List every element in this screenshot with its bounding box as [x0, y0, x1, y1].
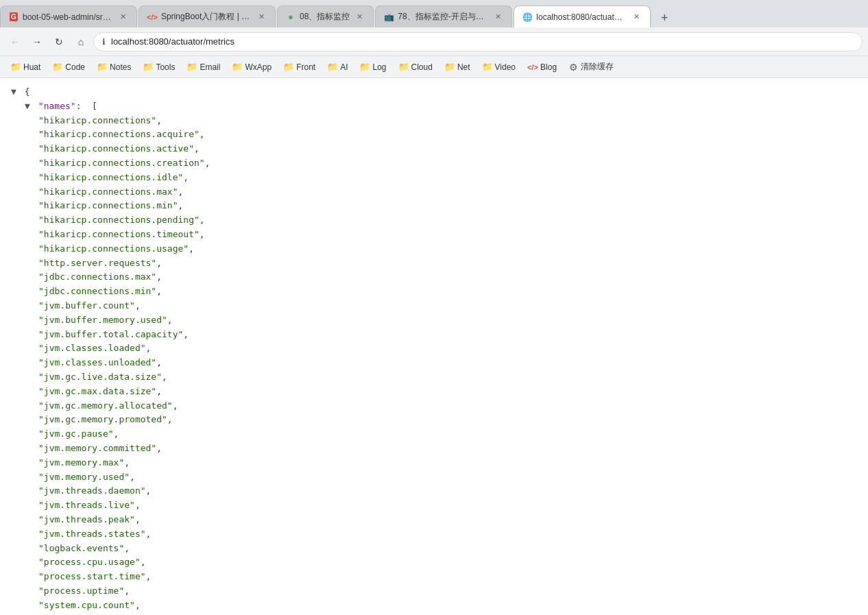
tab-2-favicon: </> [147, 12, 157, 22]
code-icon: </> [528, 62, 538, 72]
lock-icon: ℹ [102, 37, 106, 47]
json-item: "hikaricp.connections", [38, 114, 857, 128]
tab-3[interactable]: ● 08、指标监控 ✕ [277, 5, 374, 27]
address-text: localhost:8080/actuator/metrics [111, 36, 234, 47]
bookmark-blog-label: Blog [540, 62, 557, 72]
json-item: "jvm.gc.max.data.size", [38, 385, 857, 399]
bookmark-front-label: Front [296, 62, 315, 72]
bookmark-cloud[interactable]: 📁 Cloud [394, 60, 438, 74]
bookmark-log[interactable]: 📁 Log [354, 60, 391, 74]
json-line-open-brace: ▼ { [11, 85, 857, 99]
bookmark-notes-label: Notes [110, 62, 131, 72]
tab-5[interactable]: 🌐 localhost:8080/actuator/metri… ✕ [514, 5, 651, 27]
back-button[interactable]: ← [5, 32, 25, 51]
bookmark-huat[interactable]: 📁 Huat [5, 60, 46, 74]
json-item: "system.cpu.count", [38, 599, 857, 613]
collapse-root-arrow[interactable]: ▼ [11, 85, 19, 99]
json-item: "hikaricp.connections.max", [38, 185, 857, 200]
json-item: "hikaricp.connections.creation", [38, 156, 857, 171]
json-item: "hikaricp.connections.idle", [38, 171, 857, 185]
reload-button[interactable]: ↻ [49, 32, 69, 51]
json-item: "jvm.gc.memory.allocated", [38, 399, 857, 413]
json-item: "jvm.threads.peak", [38, 513, 857, 527]
bookmark-ai-label: AI [340, 62, 348, 72]
json-item: "system.cpu.usage" [38, 612, 857, 615]
json-names-key-line: ▼ "names": [ [25, 99, 857, 114]
json-item: "hikaricp.connections.acquire", [38, 128, 857, 142]
tab-2[interactable]: </> SpringBoot入门教程 | The Blog ✕ [138, 5, 276, 27]
json-item: "http.server.requests", [38, 256, 857, 271]
page-content: ▼ { ▼ "names": [ "hikaricp.connections",… [0, 78, 868, 615]
bookmark-front[interactable]: 📁 Front [278, 60, 321, 74]
tab-1-close[interactable]: ✕ [117, 12, 128, 23]
json-item: "jvm.threads.live", [38, 498, 857, 513]
json-item: "hikaricp.connections.pending", [38, 213, 857, 228]
bookmark-settings[interactable]: ⚙ 清除缓存 [564, 59, 619, 75]
tab-1-favicon: G [9, 12, 19, 22]
bookmark-tools[interactable]: 📁 Tools [138, 60, 180, 74]
bookmark-blog[interactable]: </> Blog [522, 60, 562, 74]
bookmark-email[interactable]: 📁 Email [182, 60, 226, 74]
json-item: "jvm.memory.max", [38, 456, 857, 470]
folder-icon: 📁 [445, 62, 455, 72]
json-item: "jdbc.connections.min", [38, 285, 857, 299]
tab-3-close[interactable]: ✕ [354, 12, 365, 23]
bookmark-video[interactable]: 📁 Video [477, 60, 521, 74]
json-item: "jvm.memory.committed", [38, 442, 857, 456]
new-tab-button[interactable]: + [655, 8, 674, 27]
tab-4-favicon: 📺 [384, 12, 394, 22]
tab-4[interactable]: 📺 78、指标监控-开启与禁用_哔哩… ✕ [375, 5, 512, 27]
folder-icon: 📁 [328, 62, 337, 72]
bookmark-settings-label: 清除缓存 [581, 61, 614, 73]
bookmark-wxapp-label: WxApp [245, 62, 272, 72]
tab-2-close[interactable]: ✕ [256, 12, 267, 23]
json-item: "jvm.memory.used", [38, 470, 857, 485]
forward-button[interactable]: → [27, 32, 47, 51]
tab-5-title: localhost:8080/actuator/metri… [536, 12, 627, 22]
tab-3-title: 08、指标监控 [300, 11, 350, 23]
bookmark-wxapp[interactable]: 📁 WxApp [227, 60, 277, 74]
folder-icon: 📁 [284, 62, 293, 72]
tab-4-title: 78、指标监控-开启与禁用_哔哩… [398, 11, 488, 23]
folder-icon: 📁 [143, 62, 153, 72]
json-item: "jvm.classes.unloaded", [38, 356, 857, 370]
collapse-names-arrow[interactable]: ▼ [25, 99, 33, 114]
nav-bar: ← → ↻ ⌂ ℹ localhost:8080/actuator/metric… [0, 27, 868, 56]
tab-3-favicon: ● [286, 12, 296, 22]
bookmark-huat-label: Huat [23, 62, 40, 72]
json-item: "process.uptime", [38, 584, 857, 599]
tab-bar: G boot-05-web-admin/src/test/… ✕ </> Spr… [0, 0, 868, 27]
json-item: "jvm.gc.live.data.size", [38, 370, 857, 385]
json-item: "jdbc.connections.max", [38, 270, 857, 285]
bookmark-notes[interactable]: 📁 Notes [92, 60, 136, 74]
bookmark-video-label: Video [495, 62, 516, 72]
json-item: "jvm.buffer.memory.used", [38, 313, 857, 328]
bookmark-email-label: Email [200, 62, 220, 72]
json-item: "jvm.classes.loaded", [38, 341, 857, 356]
json-item: "jvm.gc.memory.promoted", [38, 413, 857, 427]
folder-icon: 📁 [483, 62, 492, 72]
json-item: "jvm.threads.states", [38, 527, 857, 542]
bookmark-net[interactable]: 📁 Net [439, 60, 476, 74]
names-key: "names" [38, 101, 76, 111]
bookmarks-bar: 📁 Huat 📁 Code 📁 Notes 📁 Tools 📁 Email 📁 … [0, 56, 868, 78]
folder-icon: 📁 [11, 62, 21, 72]
folder-icon: 📁 [232, 62, 242, 72]
json-item: "hikaricp.connections.active", [38, 142, 857, 156]
home-button[interactable]: ⌂ [71, 32, 91, 51]
tab-5-close[interactable]: ✕ [631, 12, 642, 23]
json-viewer: ▼ { ▼ "names": [ "hikaricp.connections",… [11, 85, 857, 615]
address-bar[interactable]: ℹ localhost:8080/actuator/metrics [93, 32, 863, 51]
folder-icon: 📁 [360, 62, 370, 72]
tab-1[interactable]: G boot-05-web-admin/src/test/… ✕ [0, 5, 137, 27]
tab-5-favicon: 🌐 [522, 12, 532, 22]
bookmark-net-label: Net [457, 62, 470, 72]
bookmark-code[interactable]: 📁 Code [47, 60, 91, 74]
tab-4-close[interactable]: ✕ [492, 12, 503, 23]
bookmark-ai[interactable]: 📁 AI [322, 60, 353, 74]
bookmark-cloud-label: Cloud [411, 62, 433, 72]
json-item: "hikaricp.connections.min", [38, 199, 857, 213]
browser-window: G boot-05-web-admin/src/test/… ✕ </> Spr… [0, 0, 868, 615]
json-item: "process.start.time", [38, 570, 857, 584]
json-item: "hikaricp.connections.timeout", [38, 228, 857, 242]
